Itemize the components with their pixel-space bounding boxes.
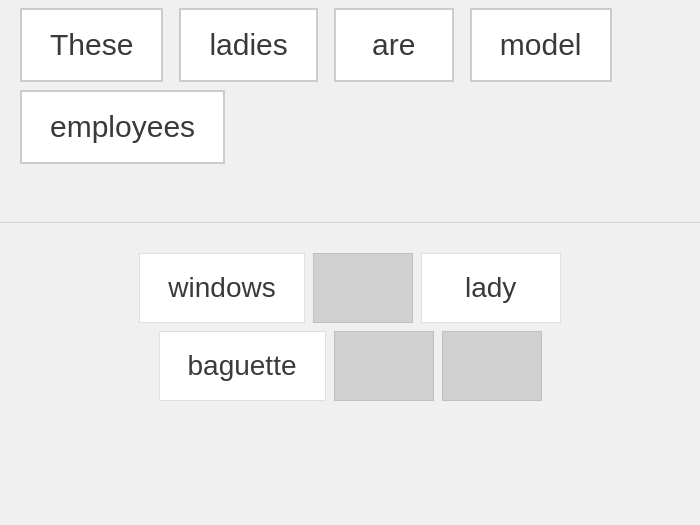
choice-placeholder-1 — [313, 253, 413, 323]
word-card-are[interactable]: are — [334, 8, 454, 82]
choices-row-2: baguette — [20, 331, 680, 401]
word-card-model[interactable]: model — [470, 8, 612, 82]
word-card-employees[interactable]: employees — [20, 90, 225, 164]
choice-lady[interactable]: lady — [421, 253, 561, 323]
word-card-ladies[interactable]: ladies — [179, 8, 317, 82]
choice-placeholder-2 — [334, 331, 434, 401]
choices-row-1: windows lady — [20, 253, 680, 323]
sentence-row-2: employees — [0, 82, 700, 172]
word-card-these[interactable]: These — [20, 8, 163, 82]
section-divider — [0, 222, 700, 223]
choice-placeholder-3 — [442, 331, 542, 401]
top-section: These ladies are model employees — [0, 0, 700, 192]
sentence-row-1: These ladies are model — [0, 0, 700, 82]
bottom-section: windows lady baguette — [0, 253, 700, 401]
choice-windows[interactable]: windows — [139, 253, 304, 323]
choice-baguette[interactable]: baguette — [159, 331, 326, 401]
